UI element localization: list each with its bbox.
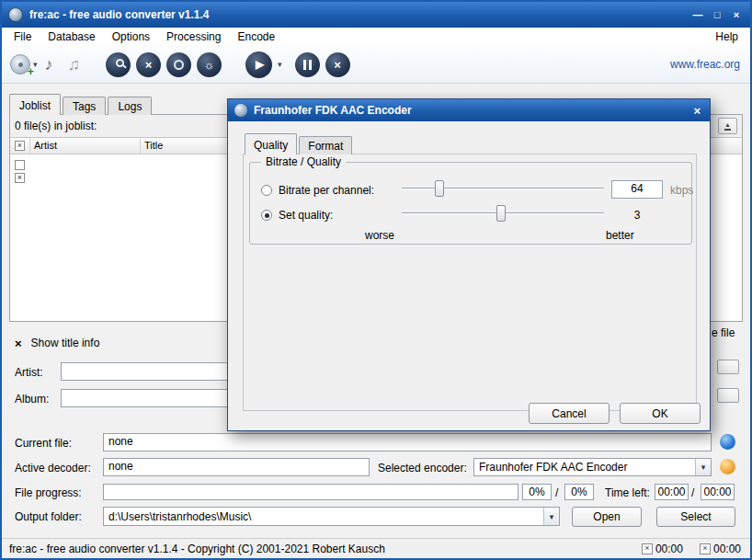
dialog-tab-format[interactable]: Format	[299, 136, 352, 154]
progress-total-percent: 0%	[564, 484, 594, 500]
cddb-query-button[interactable]	[106, 52, 131, 77]
disc-info-button[interactable]	[166, 52, 191, 77]
encoder-select-caret-icon[interactable]: ▾	[695, 459, 711, 475]
window-controls: — □ ×	[692, 9, 742, 20]
time-left-label: Time left:	[605, 486, 650, 499]
progress-percent: 0%	[522, 484, 552, 500]
close-icon[interactable]: ×	[731, 9, 742, 20]
statusbar-text: fre:ac - free audio converter v1.1.4 - C…	[9, 543, 385, 555]
start-encoding-orb[interactable]: ▶	[245, 51, 272, 78]
app-window: fre:ac - free audio converter v1.1.4 — □…	[0, 0, 752, 560]
quality-label: Set quality:	[279, 209, 333, 222]
selected-encoder-label: Selected encoder:	[378, 462, 467, 474]
menu-encode[interactable]: Encode	[229, 29, 283, 45]
bitrate-quality-group: Bitrate / Quality Bitrate per channel: 6…	[249, 162, 692, 245]
tab-joblist[interactable]: Joblist	[9, 94, 61, 115]
encoder-select-value: Fraunhofer FDK AAC Encoder	[474, 459, 695, 475]
eject-icon: ▲	[724, 121, 731, 131]
start-encoding-caret-icon[interactable]: ▾	[278, 60, 282, 69]
menu-options[interactable]: Options	[104, 29, 158, 45]
active-decoder-value: none	[103, 458, 370, 476]
quality-slider-thumb[interactable]	[496, 205, 506, 222]
eject-button[interactable]: ▲	[718, 118, 737, 134]
bitrate-radio[interactable]	[261, 185, 272, 196]
scale-worse-label: worse	[365, 229, 394, 242]
menu-file[interactable]: File	[6, 29, 40, 45]
select-all-checkbox[interactable]: ×	[15, 141, 25, 151]
bitrate-slider[interactable]	[402, 180, 604, 197]
window-titlebar[interactable]: fre:ac - free audio converter v1.1.4 — □…	[2, 2, 750, 28]
dialog-icon	[234, 104, 247, 117]
plus-icon: +	[27, 64, 34, 78]
time-total-value: 00:00	[701, 484, 735, 500]
output-folder-select[interactable]: d:\Users\tristanrhodes\Music\ ▾	[103, 507, 560, 526]
menu-help[interactable]: Help	[707, 29, 746, 45]
slider-track	[402, 188, 604, 189]
quality-slider[interactable]	[402, 205, 604, 222]
file-progress-label: File progress:	[15, 486, 82, 499]
dialog-tab-page: Bitrate / Quality Bitrate per channel: 6…	[243, 154, 697, 411]
bitrate-slider-thumb[interactable]	[435, 180, 444, 197]
audio-file-icon[interactable]: ♪	[45, 56, 53, 73]
info-orb-icon	[720, 434, 735, 450]
add-file-icon: +	[10, 54, 30, 74]
menu-bar: File Database Options Processing Encode …	[2, 28, 750, 46]
current-file-value: none	[103, 433, 712, 451]
dialog-tabs: Quality Format	[245, 133, 354, 154]
right-text-fragment: e file	[712, 326, 735, 339]
collapse-title-info-icon[interactable]: ×	[15, 337, 22, 349]
time-toggle-a-icon[interactable]: ×	[642, 543, 653, 554]
tools-icon: ×	[145, 59, 153, 71]
play-icon: ▶	[256, 59, 264, 70]
time-toggle-b-icon[interactable]: ×	[700, 543, 711, 554]
audio-cd-icon[interactable]: ♫	[68, 56, 81, 73]
time-slash: /	[691, 486, 694, 499]
caret-glyph: ▾	[701, 463, 706, 472]
quality-radio[interactable]	[261, 210, 272, 221]
field-fragment-bottom	[717, 388, 739, 403]
cross-glyph: ×	[644, 544, 649, 553]
statusbar-time-group-a: × 00:00	[642, 543, 683, 555]
menu-processing[interactable]: Processing	[158, 29, 229, 45]
ok-button[interactable]: OK	[620, 403, 701, 424]
progress-slash: /	[555, 486, 558, 499]
dialog-tab-quality[interactable]: Quality	[245, 133, 297, 154]
manage-tools-button[interactable]: ×	[136, 52, 161, 77]
stop-encoding-button[interactable]: ×	[325, 52, 350, 77]
statusbar-time-b: 00:00	[713, 543, 741, 555]
album-label: Album:	[15, 393, 49, 406]
encoder-select[interactable]: Fraunhofer FDK AAC Encoder ▾	[473, 458, 712, 476]
bitrate-value[interactable]: 64	[611, 180, 663, 199]
cancel-button[interactable]: Cancel	[529, 403, 610, 424]
select-button[interactable]: Select	[656, 507, 735, 527]
select-none-checkbox[interactable]	[15, 160, 25, 170]
dialog-titlebar[interactable]: Fraunhofer FDK AAC Encoder ×	[228, 99, 710, 121]
column-artist[interactable]: Artist	[30, 138, 141, 154]
output-folder-label: Output folder:	[15, 510, 82, 523]
dialog-close-icon[interactable]: ×	[690, 104, 703, 118]
pause-icon	[303, 60, 312, 70]
open-button[interactable]: Open	[572, 507, 642, 527]
maximize-icon[interactable]: □	[712, 9, 723, 20]
field-fragment-top	[717, 360, 739, 374]
stop-icon: ×	[334, 59, 341, 71]
tab-logs[interactable]: Logs	[108, 97, 152, 115]
freac-website-link[interactable]: www.freac.org	[670, 58, 740, 71]
menu-database[interactable]: Database	[40, 29, 103, 45]
add-files-button[interactable]: + ▾	[10, 54, 38, 74]
check-glyph: ×	[17, 174, 22, 182]
current-file-label: Current file:	[15, 437, 72, 450]
bitrate-label: Bitrate per channel:	[279, 184, 374, 197]
tab-tags[interactable]: Tags	[63, 97, 106, 115]
toggle-selection-checkbox[interactable]: ×	[15, 173, 25, 183]
encoder-config-dialog: Fraunhofer FDK AAC Encoder × Quality For…	[227, 98, 711, 431]
minimize-icon[interactable]: —	[692, 9, 703, 20]
output-folder-caret-icon[interactable]: ▾	[543, 508, 559, 525]
main-tabs: Joblist Tags Logs	[9, 94, 154, 115]
group-label: Bitrate / Quality	[261, 155, 346, 168]
start-encoding-button[interactable]: ▶ ▾	[243, 51, 282, 78]
settings-button[interactable]: ☼	[197, 52, 222, 77]
column-select[interactable]: ×	[10, 138, 30, 154]
artist-label: Artist:	[15, 366, 43, 379]
pause-encoding-button[interactable]	[295, 52, 320, 77]
